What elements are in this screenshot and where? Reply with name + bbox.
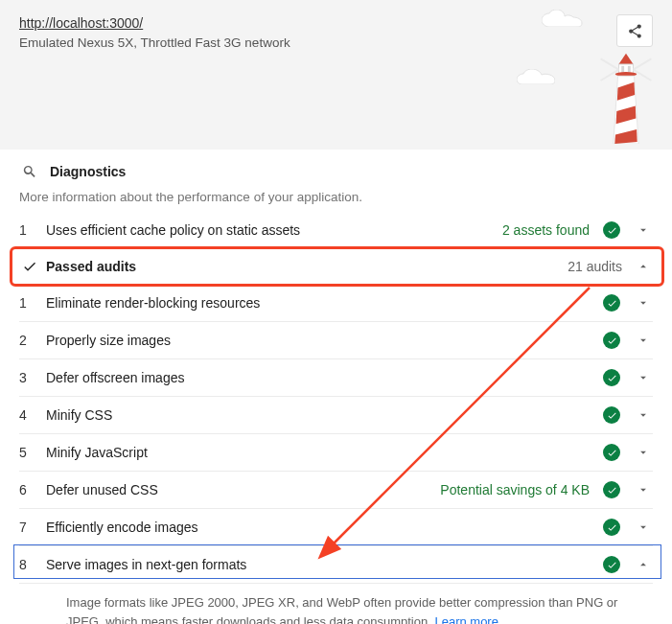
audit-number: 3 [19, 370, 40, 385]
diagnostics-title: Diagnostics [50, 164, 126, 179]
chevron-down-icon[interactable] [636, 222, 651, 238]
audit-label: Minify CSS [46, 407, 597, 423]
audit-label: Minify JavaScript [46, 445, 597, 460]
chevron-down-icon[interactable] [636, 482, 651, 497]
passed-audits-header[interactable]: Passed audits 21 audits [19, 249, 653, 285]
audit-number: 1 [19, 222, 40, 238]
pass-check-icon [603, 221, 620, 239]
passed-audit-item[interactable]: 7Efficiently encode images [19, 509, 653, 546]
svg-rect-2 [621, 66, 624, 73]
passed-audit-item[interactable]: 4Minify CSS [19, 397, 653, 434]
pass-check-icon [603, 332, 620, 349]
passed-audit-item[interactable]: 5Minify JavaScript [19, 434, 653, 472]
diagnostics-subtitle: More information about the performance o… [19, 190, 653, 204]
audit-detail-text: Image formats like JPEG 2000, JPEG XR, a… [66, 595, 617, 624]
pass-check-icon [603, 294, 620, 312]
audit-label: Defer offscreen images [46, 370, 597, 385]
passed-audit-item[interactable]: 3Defer offscreen images [19, 359, 653, 397]
chevron-up-icon[interactable] [636, 259, 651, 274]
pass-check-icon [603, 481, 620, 498]
audit-label: Efficiently encode images [46, 520, 597, 535]
chevron-down-icon[interactable] [636, 407, 651, 423]
cloud-decoration-icon [517, 69, 555, 84]
audit-label: Uses efficient cache policy on static as… [46, 222, 497, 238]
audit-number: 6 [19, 482, 40, 497]
audit-number: 8 [19, 557, 40, 572]
chevron-up-icon[interactable] [636, 557, 651, 572]
learn-more-link[interactable]: Learn more [434, 614, 498, 625]
pass-check-icon [603, 406, 620, 424]
chevron-down-icon[interactable] [636, 445, 651, 460]
audit-label: Serve images in next-gen formats [46, 557, 597, 572]
passed-audit-item[interactable]: 8Serve images in next-gen formats [19, 546, 653, 584]
svg-rect-3 [628, 66, 631, 73]
audit-number: 7 [19, 520, 40, 535]
checkmark-icon [19, 259, 40, 274]
magnifier-icon [19, 161, 40, 182]
cloud-decoration-icon [542, 10, 584, 27]
diagnostic-item[interactable]: 1 Uses efficient cache policy on static … [19, 212, 653, 249]
pass-check-icon [603, 369, 620, 386]
passed-audit-item[interactable]: 2Properly size images [19, 322, 653, 359]
audit-number: 4 [19, 407, 40, 423]
pass-check-icon [603, 519, 620, 536]
passed-audits-title: Passed audits [46, 259, 562, 274]
report-env: Emulated Nexus 5X, Throttled Fast 3G net… [19, 35, 653, 50]
lighthouse-logo-icon [597, 48, 655, 144]
audit-detail: Image formats like JPEG 2000, JPEG XR, a… [19, 584, 653, 624]
share-icon [627, 23, 643, 39]
chevron-down-icon[interactable] [636, 295, 651, 311]
audit-number: 1 [19, 295, 40, 311]
audit-number: 2 [19, 333, 40, 348]
passed-audit-item[interactable]: 6Defer unused CSSPotential savings of 4 … [19, 472, 653, 509]
audit-label: Properly size images [46, 333, 597, 348]
chevron-down-icon[interactable] [636, 333, 651, 348]
audit-label: Eliminate render-blocking resources [46, 295, 597, 311]
diagnostics-header: Diagnostics [19, 161, 653, 182]
share-button[interactable] [616, 14, 653, 47]
passed-audits-count: 21 audits [568, 259, 622, 274]
audit-number: 5 [19, 445, 40, 460]
pass-check-icon [603, 556, 620, 573]
chevron-down-icon[interactable] [636, 370, 651, 385]
chevron-down-icon[interactable] [636, 520, 651, 535]
audit-value: Potential savings of 4 KB [440, 482, 590, 497]
report-header: http://localhost:3000/ Emulated Nexus 5X… [0, 0, 672, 150]
audit-label: Defer unused CSS [46, 482, 434, 497]
svg-marker-0 [618, 54, 633, 64]
pass-check-icon [603, 444, 620, 461]
audit-value: 2 assets found [502, 222, 590, 238]
passed-audit-item[interactable]: 1Eliminate render-blocking resources [19, 285, 653, 322]
